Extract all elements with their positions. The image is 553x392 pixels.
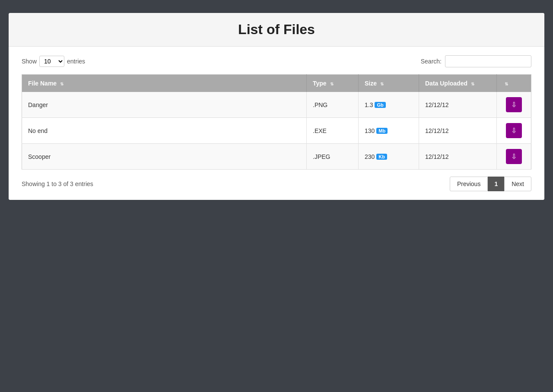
next-button[interactable]: Next — [504, 177, 531, 191]
cell-type: .PNG — [307, 92, 359, 118]
col-type[interactable]: Type ⇅ — [307, 75, 359, 92]
sort-type-icon: ⇅ — [330, 82, 334, 86]
size-value: 230 — [365, 153, 375, 160]
cell-action: ⇩ — [497, 118, 531, 144]
page-title: List of Files — [22, 22, 531, 38]
col-date[interactable]: Data Uploaded ⇅ — [419, 75, 497, 92]
col-filename[interactable]: File Name ⇅ — [22, 75, 307, 92]
files-table: File Name ⇅ Type ⇅ Size ⇅ Data Uploade — [22, 74, 531, 170]
sort-filename-icon: ⇅ — [60, 82, 64, 86]
sort-action-icon: ⇅ — [505, 82, 508, 86]
table-header-row: File Name ⇅ Type ⇅ Size ⇅ Data Uploade — [22, 75, 531, 92]
cell-size: 230 Kb — [359, 144, 419, 170]
table-body: Danger .PNG 1.3 Gb 12/12/12 ⇩ No end .EX… — [22, 92, 531, 170]
cell-filename: Scooper — [22, 144, 307, 170]
main-card: List of Files Show 10 25 50 100 entries … — [9, 13, 544, 200]
page-container: List of Files Show 10 25 50 100 entries … — [0, 0, 553, 213]
cell-action: ⇩ — [497, 144, 531, 170]
cell-action: ⇩ — [497, 92, 531, 118]
cell-type: .JPEG — [307, 144, 359, 170]
download-button[interactable]: ⇩ — [506, 97, 522, 112]
table-row: No end .EXE 130 Mb 12/12/12 ⇩ — [22, 118, 531, 144]
cell-filename: Danger — [22, 92, 307, 118]
cell-size: 1.3 Gb — [359, 92, 419, 118]
table-row: Danger .PNG 1.3 Gb 12/12/12 ⇩ — [22, 92, 531, 118]
controls-top: Show 10 25 50 100 entries Search: — [22, 55, 531, 67]
entries-label: entries — [67, 58, 85, 65]
size-badge: Gb — [375, 102, 385, 108]
col-action: ⇅ — [497, 75, 531, 92]
page-number[interactable]: 1 — [488, 177, 504, 191]
cell-filename: No end — [22, 118, 307, 144]
show-label: Show — [22, 58, 37, 65]
search-area: Search: — [421, 55, 531, 67]
card-header: List of Files — [9, 13, 544, 47]
cell-date: 12/12/12 — [419, 144, 497, 170]
col-size[interactable]: Size ⇅ — [359, 75, 419, 92]
size-badge: Kb — [376, 154, 387, 160]
size-badge: Mb — [376, 128, 388, 134]
size-value: 1.3 — [365, 101, 373, 108]
cell-date: 12/12/12 — [419, 118, 497, 144]
pagination: Previous 1 Next — [450, 177, 531, 191]
show-entries-control: Show 10 25 50 100 entries — [22, 56, 85, 67]
cell-type: .EXE — [307, 118, 359, 144]
controls-bottom: Showing 1 to 3 of 3 entries Previous 1 N… — [22, 177, 531, 191]
search-label: Search: — [421, 58, 442, 65]
download-button[interactable]: ⇩ — [506, 149, 522, 164]
download-button[interactable]: ⇩ — [506, 123, 522, 138]
showing-text: Showing 1 to 3 of 3 entries — [22, 180, 93, 187]
cell-date: 12/12/12 — [419, 92, 497, 118]
search-input[interactable] — [445, 55, 531, 67]
sort-date-icon: ⇅ — [471, 82, 474, 86]
previous-button[interactable]: Previous — [450, 177, 488, 191]
sort-size-icon: ⇅ — [380, 82, 384, 86]
card-body: Show 10 25 50 100 entries Search: — [9, 47, 544, 200]
table-row: Scooper .JPEG 230 Kb 12/12/12 ⇩ — [22, 144, 531, 170]
cell-size: 130 Mb — [359, 118, 419, 144]
entries-select[interactable]: 10 25 50 100 — [39, 56, 64, 67]
size-value: 130 — [365, 127, 375, 134]
